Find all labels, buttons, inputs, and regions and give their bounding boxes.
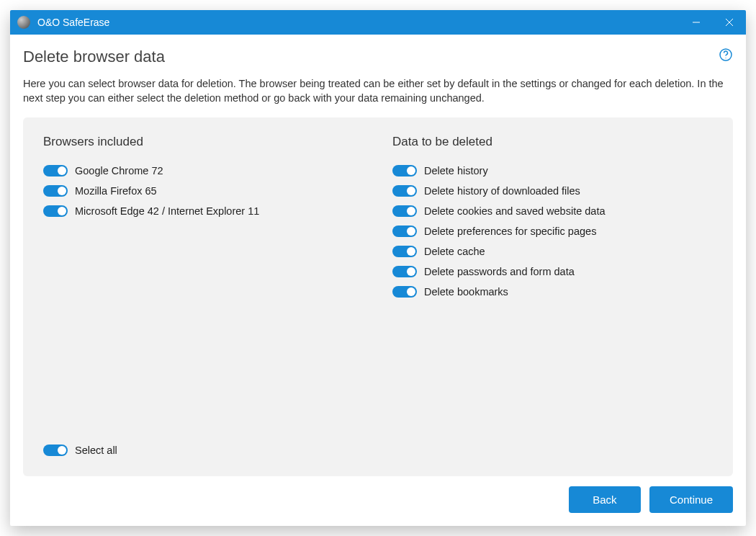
data-item-row: Delete bookmarks — [392, 286, 713, 298]
columns: Browsers included Google Chrome 72Mozill… — [43, 135, 713, 439]
data-item-toggle[interactable] — [392, 165, 417, 177]
options-panel: Browsers included Google Chrome 72Mozill… — [23, 117, 733, 476]
data-column: Data to be deleted Delete historyDelete … — [392, 135, 713, 439]
data-item-row: Delete cache — [392, 246, 713, 257]
data-item-toggle[interactable] — [392, 266, 417, 277]
select-all-label: Select all — [75, 445, 117, 456]
back-button[interactable]: Back — [569, 486, 641, 513]
button-row: Back Continue — [23, 486, 733, 513]
browser-item-row: Google Chrome 72 — [43, 165, 364, 177]
help-icon — [719, 48, 733, 62]
svg-point-4 — [725, 58, 726, 58]
browser-item-toggle[interactable] — [43, 205, 68, 217]
browser-item-toggle[interactable] — [43, 185, 68, 197]
minimize-icon — [692, 18, 701, 27]
help-button[interactable] — [719, 48, 733, 65]
data-item-label: Delete history of downloaded files — [424, 185, 580, 197]
panel-footer: Select all — [43, 439, 713, 465]
data-item-row: Delete history — [392, 165, 713, 177]
data-heading: Data to be deleted — [392, 135, 713, 149]
data-item-row: Delete passwords and form data — [392, 266, 713, 277]
page-description: Here you can select browser data for del… — [23, 76, 733, 106]
content-area: Delete browser data Here you can select … — [10, 35, 746, 526]
data-item-label: Delete history — [424, 165, 488, 177]
browser-item-row: Mozilla Firefox 65 — [43, 185, 364, 197]
data-item-row: Delete preferences for specific pages — [392, 225, 713, 237]
browser-item-toggle[interactable] — [43, 165, 68, 177]
continue-button[interactable]: Continue — [649, 486, 733, 513]
data-item-toggle[interactable] — [392, 205, 417, 217]
browser-item-label: Microsoft Edge 42 / Internet Explorer 11 — [75, 205, 259, 217]
browser-item-label: Google Chrome 72 — [75, 165, 163, 177]
page-header: Delete browser data — [23, 48, 733, 66]
data-item-toggle[interactable] — [392, 225, 417, 237]
app-window: O&O SafeErase Delete browser data Here y… — [10, 10, 746, 526]
data-item-row: Delete cookies and saved website data — [392, 205, 713, 217]
close-button[interactable] — [713, 10, 746, 35]
browser-item-label: Mozilla Firefox 65 — [75, 185, 157, 197]
data-item-toggle[interactable] — [392, 185, 417, 197]
data-item-row: Delete history of downloaded files — [392, 185, 713, 197]
data-item-toggle[interactable] — [392, 286, 417, 298]
data-item-label: Delete preferences for specific pages — [424, 225, 596, 237]
page-title: Delete browser data — [23, 48, 165, 66]
select-all-row: Select all — [43, 445, 117, 456]
app-title: O&O SafeErase — [37, 17, 680, 28]
browsers-column: Browsers included Google Chrome 72Mozill… — [43, 135, 364, 439]
data-item-toggle[interactable] — [392, 246, 417, 257]
data-item-label: Delete bookmarks — [424, 286, 508, 298]
data-item-label: Delete cache — [424, 246, 485, 257]
select-all-toggle[interactable] — [43, 445, 68, 456]
data-item-label: Delete passwords and form data — [424, 266, 575, 277]
app-icon — [17, 16, 30, 29]
minimize-button[interactable] — [680, 10, 713, 35]
browser-item-row: Microsoft Edge 42 / Internet Explorer 11 — [43, 205, 364, 217]
close-icon — [725, 18, 734, 27]
data-item-label: Delete cookies and saved website data — [424, 205, 606, 217]
browsers-heading: Browsers included — [43, 135, 364, 149]
titlebar: O&O SafeErase — [10, 10, 746, 35]
